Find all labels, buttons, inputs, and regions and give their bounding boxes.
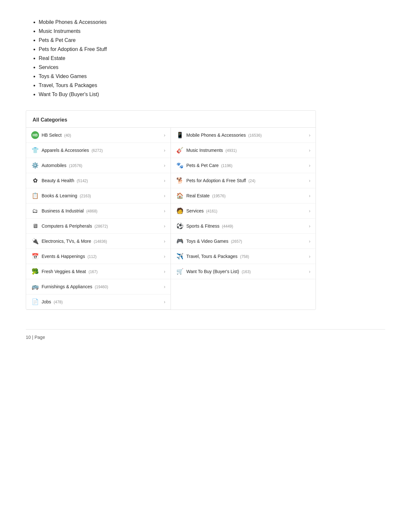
category-name: Sports & Fitness (4449) [186,223,233,229]
category-item-left: ✿ Beauty & Health (5142) [31,177,88,184]
category-icon: 🔌 [31,237,39,245]
chevron-icon: › [309,163,310,168]
category-item-left: 📅 Events & Happenings (112) [31,252,97,260]
category-count: (24) [249,179,255,183]
category-item-left: 🛒 Want To Buy (Buyer's List) (163) [176,268,251,275]
category-icon: ⚽ [176,222,184,230]
chevron-icon: › [309,148,310,153]
chevron-icon: › [164,254,165,259]
category-item-left: 🧑 Services (4161) [176,207,217,215]
chevron-icon: › [164,193,165,198]
category-name: Pets & Pet Care (1196) [186,163,232,168]
category-icon: 📋 [31,192,39,200]
category-item[interactable]: 🛒 Want To Buy (Buyer's List) (163) › [171,264,316,279]
category-icon: ✈️ [176,252,184,260]
category-item[interactable]: 🖥 Computers & Peripherals (28672) › [26,219,171,234]
category-item[interactable]: 📄 Jobs (478) › [26,294,171,310]
category-item[interactable]: ⚙️ Automobiles (10576) › [26,158,171,173]
category-item[interactable]: 🎸 Music Instruments (4931) › [171,143,316,158]
bullet-list-item: Music Instruments [39,28,385,34]
category-name: Events & Happenings (112) [42,254,97,259]
category-item-left: 🗂 Business & Industrial (4868) [31,207,97,215]
bullet-list-item: Mobile Phones & Accessories [39,19,385,25]
chevron-icon: › [164,299,165,304]
category-icon: 🎸 [176,146,184,154]
category-count: (4161) [206,209,218,213]
bullet-list-item: Pets & Pet Care [39,37,385,43]
category-item[interactable]: 🐾 Pets & Pet Care (1196) › [171,158,316,173]
chevron-icon: › [164,284,165,289]
category-icon: 📅 [31,252,39,260]
category-item-left: ⚽ Sports & Fitness (4449) [176,222,233,230]
category-count: (40) [64,133,71,138]
category-icon: 📄 [31,298,39,306]
category-item[interactable]: 🐕 Pets for Adoption & Free Stuff (24) › [171,173,316,188]
all-categories-title: All Categories [26,117,316,128]
category-icon: 🐕 [176,177,184,184]
chevron-icon: › [164,163,165,168]
category-count: (4931) [225,148,237,153]
category-count: (758) [240,254,249,259]
category-count: (28672) [94,224,108,229]
category-count: (167) [89,270,98,274]
category-item[interactable]: ✈️ Travel, Tours & Packages (758) › [171,249,316,264]
category-item[interactable]: 📋 Books & Learning (2163) › [26,188,171,203]
category-name: Jobs (478) [42,299,63,304]
category-item-left: 🐕 Pets for Adoption & Free Stuff (24) [176,177,255,184]
category-item-left: 🎸 Music Instruments (4931) [176,146,237,154]
category-icon: 🚌 [31,283,39,291]
chevron-icon: › [309,269,310,274]
category-item-left: 👕 Apparels & Accessories (6272) [31,146,103,154]
category-count: (5142) [77,179,88,183]
category-icon: 🏠 [176,192,184,200]
category-name: Want To Buy (Buyer's List) (163) [186,269,251,274]
category-item-left: 🥦 Fresh Veggies & Meat (167) [31,268,98,275]
category-item-left: 🔌 Electronics, TVs, & More (14836) [31,237,107,245]
category-item[interactable]: HB HB Select (40) › [26,128,171,143]
category-count: (2657) [231,239,242,244]
category-item[interactable]: 🏠 Real Estate (19576) › [171,188,316,203]
category-count: (10576) [69,163,82,168]
page-number: 10 | Page [26,335,45,340]
category-icon: 🎮 [176,237,184,245]
chevron-icon: › [309,223,310,229]
chevron-icon: › [164,133,165,138]
category-item[interactable]: 🔌 Electronics, TVs, & More (14836) › [26,234,171,249]
category-icon: 🥦 [31,268,39,275]
category-item[interactable]: ✿ Beauty & Health (5142) › [26,173,171,188]
category-name: Real Estate (19576) [186,193,226,198]
category-icon: 👕 [31,146,39,154]
all-categories-section: All Categories HB HB Select (40) › 👕 App… [26,110,316,310]
bullet-list-item: Travel, Tours & Packages [39,83,385,88]
category-count: (112) [88,254,97,259]
category-count: (2163) [80,194,91,198]
category-count: (4868) [86,209,98,213]
page-footer: 10 | Page [26,329,385,340]
category-icon: 🐾 [176,162,184,169]
category-item[interactable]: 📱 Mobile Phones & Accessories (16536) › [171,128,316,143]
category-item[interactable]: 📅 Events & Happenings (112) › [26,249,171,264]
category-item-left: 🐾 Pets & Pet Care (1196) [176,162,232,169]
category-item[interactable]: 👕 Apparels & Accessories (6272) › [26,143,171,158]
category-item-left: 📱 Mobile Phones & Accessories (16536) [176,131,262,139]
category-item[interactable]: 🧑 Services (4161) › [171,203,316,219]
category-item[interactable]: 🗂 Business & Industrial (4868) › [26,203,171,219]
bullet-list: Mobile Phones & AccessoriesMusic Instrum… [26,19,385,97]
chevron-icon: › [164,239,165,244]
category-item-left: ⚙️ Automobiles (10576) [31,162,82,169]
category-item-left: 🎮 Toys & Video Games (2657) [176,237,242,245]
bullet-list-item: Want To Buy (Buyer's List) [39,92,385,97]
category-item[interactable]: ⚽ Sports & Fitness (4449) › [171,219,316,234]
bullet-list-item: Pets for Adoption & Free Stuff [39,46,385,52]
category-item[interactable]: 🥦 Fresh Veggies & Meat (167) › [26,264,171,279]
bullet-list-item: Toys & Video Games [39,74,385,79]
category-item-left: 🏠 Real Estate (19576) [176,192,226,200]
category-item[interactable]: 🚌 Furnishings & Appliances (19460) › [26,279,171,294]
categories-grid: HB HB Select (40) › 👕 Apparels & Accesso… [26,128,316,310]
category-item[interactable]: 🎮 Toys & Video Games (2657) › [171,234,316,249]
chevron-icon: › [164,208,165,213]
category-name: Toys & Video Games (2657) [186,239,242,244]
category-name: Beauty & Health (5142) [42,178,88,183]
category-count: (19460) [95,285,108,289]
category-name: HB Select (40) [42,133,71,138]
